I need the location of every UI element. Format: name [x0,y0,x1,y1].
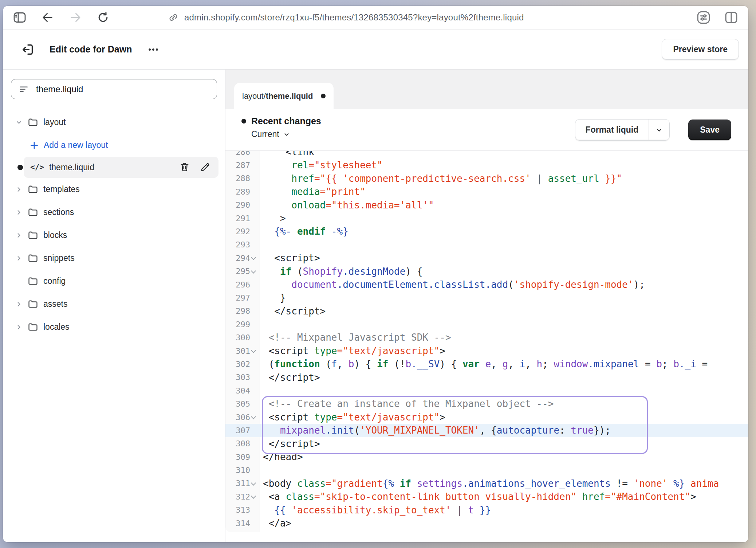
sidebar-toggle-icon[interactable] [12,10,27,25]
extensions-icon[interactable] [696,10,711,25]
sidebar-file-theme-liquid[interactable]: </>theme.liquid [3,157,225,178]
code-line-294[interactable]: 294 <script> [225,251,748,265]
delete-file-button[interactable] [179,162,190,173]
code-line-308[interactable]: 308 </script> [225,437,748,450]
code-line-296[interactable]: 296 document.documentElement.classList.a… [225,278,748,291]
code-text[interactable]: > [260,212,286,225]
line-number: 294 [236,254,250,263]
code-line-305[interactable]: 305 <!-- Create an instance of the Mixpa… [225,397,748,410]
code-line-310[interactable]: 310 [225,463,748,477]
filter-icon [19,84,29,95]
code-text[interactable]: document.documentElement.classList.add('… [260,278,645,291]
folder-label: blocks [43,230,67,240]
forward-icon[interactable] [68,11,82,24]
gutter-cell: 293 [225,240,260,249]
sidebar-folder-config[interactable]: config [3,270,225,293]
sidebar-folder-templates[interactable]: templates [3,178,225,201]
code-line-307[interactable]: 307 mixpanel.init('YOUR_MIXPANEL_TOKEN',… [225,424,748,437]
folder-icon [27,275,39,287]
version-dropdown[interactable]: Current [251,129,321,139]
code-text[interactable]: <!-- Mixpanel Javascript SDK --> [260,331,451,344]
code-text[interactable]: if (Shopify.designMode) { [260,265,422,278]
code-line-313[interactable]: 313 {{ 'accessibility.skip_to_text' | t … [225,504,748,517]
fold-toggle[interactable] [250,493,257,500]
code-text[interactable]: <body class="gradient{% if settings.anim… [260,477,719,490]
code-text[interactable]: href="{{ 'component-predictive-search.cs… [260,172,622,185]
code-text[interactable]: </script> [260,371,320,384]
back-icon[interactable] [41,11,55,24]
overflow-menu-icon[interactable] [147,43,160,56]
format-liquid-button[interactable]: Format liquid [575,119,670,141]
fold-toggle[interactable] [250,414,257,420]
code-text[interactable]: <!-- Create an instance of the Mixpanel … [260,397,554,410]
code-text[interactable]: (function (f, b) { if (!b.__SV) { var e,… [260,357,708,371]
code-text[interactable]: onload="this.media='all'" [260,199,434,212]
code-text[interactable]: <script type="text/javascript"> [260,344,445,357]
format-liquid-caret[interactable] [649,120,669,140]
code-line-309[interactable]: 309</head> [225,450,748,463]
fold-toggle[interactable] [250,268,257,275]
code-line-299[interactable]: 299 [225,318,748,331]
preview-store-button[interactable]: Preview store [662,39,739,60]
code-line-301[interactable]: 301 <script type="text/javascript"> [225,344,748,357]
sidebar-folder-assets[interactable]: assets [3,293,225,316]
folder-icon [27,184,39,195]
code-text[interactable]: media="print" [260,185,366,198]
code-line-314[interactable]: 314 </a> [225,517,748,530]
code-line-288[interactable]: 288 href="{{ 'component-predictive-searc… [225,172,748,185]
code-line-289[interactable]: 289 media="print" [225,185,748,198]
save-button[interactable]: Save [688,120,731,140]
reload-icon[interactable] [96,11,110,24]
code-text[interactable]: </script> [260,437,320,450]
code-area[interactable]: 286 <link287 rel="stylesheet"288 href="{… [225,151,748,542]
code-line-292[interactable]: 292 {%- endif -%} [225,225,748,238]
code-line-297[interactable]: 297 } [225,291,748,304]
line-number: 296 [236,280,250,289]
sidebar-folder-blocks[interactable]: blocks [3,224,225,247]
code-text[interactable]: {%- endif -%} [260,225,349,238]
code-line-311[interactable]: 311<body class="gradient{% if settings.a… [225,477,748,490]
tab-theme-liquid[interactable]: layout/theme.liquid [234,83,334,109]
sidebar-folder-layout[interactable]: layout [3,111,225,134]
fold-toggle[interactable] [250,348,257,354]
code-line-291[interactable]: 291 > [225,212,748,225]
selected-file-pill[interactable]: </>theme.liquid [24,157,218,178]
code-text[interactable]: rel="stylesheet" [260,158,383,172]
search-input[interactable] [35,84,209,95]
sidebar-folder-sections[interactable]: sections [3,201,225,224]
code-line-302[interactable]: 302 (function (f, b) { if (!b.__SV) { va… [225,357,748,371]
code-text[interactable]: <link [260,151,314,158]
code-line-293[interactable]: 293 [225,238,748,251]
file-search-box[interactable] [11,79,217,99]
code-line-304[interactable]: 304 [225,384,748,397]
code-text[interactable]: </script> [260,305,326,318]
code-text[interactable]: mixpanel.init('YOUR_MIXPANEL_TOKEN', {au… [260,424,611,437]
code-line-306[interactable]: 306 <script type="text/javascript"> [225,411,748,424]
code-line-298[interactable]: 298 </script> [225,305,748,318]
sidebar-action-add-a-new-layout[interactable]: Add a new layout [3,134,225,157]
split-view-icon[interactable] [724,10,739,25]
code-line-312[interactable]: 312 <a class="skip-to-content-link butto… [225,490,748,503]
code-line-286[interactable]: 286 <link [225,151,748,158]
exit-editor-icon[interactable] [20,42,35,57]
code-text[interactable]: </a> [260,517,291,530]
fold-chevron-icon [251,494,256,499]
code-text[interactable]: <a class="skip-to-content-link button vi… [260,490,696,503]
sidebar-folder-locales[interactable]: locales [3,316,225,338]
code-line-295[interactable]: 295 if (Shopify.designMode) { [225,265,748,278]
code-line-287[interactable]: 287 rel="stylesheet" [225,158,748,172]
fold-toggle[interactable] [250,255,257,261]
code-line-303[interactable]: 303 </script> [225,371,748,384]
fold-toggle [250,308,257,314]
address-bar[interactable]: admin.shopify.com/store/rzq1xu-f5/themes… [168,6,524,29]
code-text[interactable]: {{ 'accessibility.skip_to_text' | t }} [260,504,491,517]
code-line-300[interactable]: 300 <!-- Mixpanel Javascript SDK --> [225,331,748,344]
code-text[interactable]: <script type="text/javascript"> [260,411,445,424]
rename-file-button[interactable] [200,162,210,173]
code-line-290[interactable]: 290 onload="this.media='all'" [225,199,748,212]
code-text[interactable]: } [260,291,286,304]
code-text[interactable]: <script> [260,251,320,265]
code-text[interactable]: </head> [260,450,303,463]
fold-toggle[interactable] [250,480,257,487]
sidebar-folder-snippets[interactable]: snippets [3,247,225,270]
